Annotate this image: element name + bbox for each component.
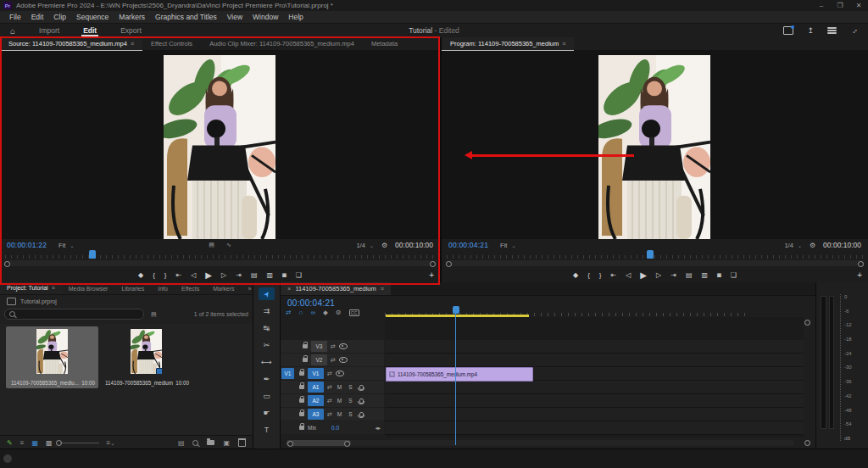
track-lane-a3[interactable] bbox=[385, 408, 804, 421]
quick-export-icon[interactable]: ↥ bbox=[807, 26, 814, 35]
timeline-timecode[interactable]: 00:00:04:21 bbox=[287, 298, 335, 308]
mute-button[interactable]: M bbox=[336, 384, 343, 390]
zoom-handle-right[interactable] bbox=[344, 441, 350, 447]
menu-graphics-and-titles[interactable]: Graphics and Titles bbox=[150, 13, 222, 21]
track-lane-a2[interactable] bbox=[385, 394, 804, 408]
writable-indicator-icon[interactable]: ✎ bbox=[7, 439, 13, 447]
tab-program[interactable]: Program: 114109-700585365_medium ≡ bbox=[442, 37, 574, 51]
work-area-bar[interactable] bbox=[386, 315, 529, 317]
timeline-horizontal-scrollbar[interactable] bbox=[286, 440, 794, 446]
captions-icon[interactable]: CC bbox=[349, 309, 359, 316]
program-playhead[interactable] bbox=[647, 250, 654, 259]
mark-in-button[interactable]: { bbox=[587, 271, 590, 279]
new-item-button[interactable]: ▣ bbox=[223, 439, 230, 447]
export-frame-button[interactable]: ◙ bbox=[282, 271, 287, 279]
step-forward-button[interactable]: ▷ bbox=[221, 271, 226, 279]
program-resolution-select[interactable]: 1/4 ⌄ bbox=[784, 242, 801, 249]
go-to-in-button[interactable]: ⇤ bbox=[610, 271, 616, 279]
timeline-clip[interactable]: fx 114109-700585365_medium.mp4 bbox=[386, 367, 533, 382]
slip-tool[interactable]: ⟷ bbox=[259, 355, 275, 368]
comparison-view-button[interactable]: ❏ bbox=[731, 271, 737, 279]
tab-audio-clip-mixer[interactable]: Audio Clip Mixer: 114109-700585365_mediu… bbox=[201, 37, 363, 50]
menu-view[interactable]: View bbox=[222, 13, 248, 21]
track-lane-mix[interactable] bbox=[385, 421, 804, 435]
source-patch-empty[interactable] bbox=[281, 409, 294, 420]
progress-dashboard-icon[interactable] bbox=[783, 26, 793, 35]
program-zoom-scrollbar[interactable] bbox=[445, 260, 865, 266]
program-zoom-select[interactable]: Fit ⌄ bbox=[500, 242, 515, 249]
track-lane-v2[interactable] bbox=[385, 354, 804, 367]
tab-markers[interactable]: Markers bbox=[206, 282, 241, 294]
sync-lock-icon[interactable]: ⇄ bbox=[327, 398, 332, 404]
thumbnail-zoom-slider[interactable] bbox=[60, 443, 99, 443]
workspaces-icon[interactable] bbox=[827, 27, 837, 34]
sync-lock-icon[interactable]: ⇄ bbox=[331, 343, 336, 350]
hand-tool[interactable]: ☛ bbox=[259, 406, 275, 419]
zoom-handle-right[interactable] bbox=[858, 261, 864, 267]
source-patch-empty[interactable] bbox=[281, 341, 294, 352]
new-bin-button[interactable] bbox=[207, 440, 214, 445]
track-lock-icon[interactable] bbox=[303, 358, 308, 362]
tab-info[interactable]: Info bbox=[151, 282, 175, 294]
sync-lock-icon[interactable]: ⇄ bbox=[327, 384, 332, 391]
tab-export[interactable]: Export bbox=[108, 24, 153, 37]
toggle-track-output-icon[interactable] bbox=[339, 357, 348, 363]
mark-out-button[interactable]: } bbox=[164, 271, 167, 279]
tab-overflow[interactable]: » bbox=[242, 282, 253, 294]
play-button[interactable]: ▶ bbox=[640, 270, 647, 280]
rectangle-tool[interactable]: ▭ bbox=[259, 389, 275, 402]
track-lock-icon[interactable] bbox=[303, 344, 308, 348]
toggle-track-output-icon[interactable] bbox=[336, 370, 344, 376]
tab-effects[interactable]: Effects bbox=[175, 282, 206, 294]
freeform-view-button[interactable]: ▩ bbox=[46, 439, 53, 447]
track-lock-icon[interactable] bbox=[299, 426, 304, 430]
fullscreen-icon[interactable]: ↔ bbox=[849, 25, 860, 36]
comparison-view-button[interactable]: ❏ bbox=[296, 271, 302, 279]
panel-menu-icon[interactable]: ≡ bbox=[52, 285, 55, 291]
voice-over-record-icon[interactable] bbox=[359, 398, 364, 404]
tab-metadata[interactable]: Metadata bbox=[363, 37, 406, 50]
zoom-handle-left[interactable] bbox=[446, 261, 452, 267]
nest-toggle-icon[interactable]: ⇄ bbox=[286, 309, 291, 316]
menu-file[interactable]: File bbox=[4, 13, 26, 21]
keyframe-nav-icon[interactable]: ◂▸ bbox=[375, 425, 381, 432]
zoom-handle-left[interactable] bbox=[4, 261, 10, 267]
track-target-a2[interactable]: A2 bbox=[308, 395, 324, 406]
menu-markers[interactable]: Markers bbox=[114, 13, 150, 21]
project-items-area[interactable]: 114109-700585365_mediu... 10:00 114109-7… bbox=[0, 324, 253, 436]
selection-tool[interactable]: ➤ bbox=[259, 287, 275, 300]
source-patch-empty[interactable] bbox=[281, 395, 294, 406]
button-editor-button[interactable]: + bbox=[857, 268, 862, 282]
source-patch-v1[interactable]: V1 bbox=[281, 368, 294, 379]
home-icon[interactable]: ⌂ bbox=[10, 26, 15, 36]
go-to-in-button[interactable]: ⇤ bbox=[175, 271, 181, 279]
linked-selection-icon[interactable]: ∞ bbox=[311, 309, 315, 316]
track-target-a1[interactable]: A1 bbox=[308, 382, 324, 393]
solo-button[interactable]: S bbox=[347, 384, 354, 390]
panel-menu-icon[interactable]: ≡ bbox=[131, 41, 134, 47]
ripple-edit-tool[interactable]: ↹ bbox=[259, 321, 275, 334]
sync-lock-icon[interactable]: ⇄ bbox=[327, 370, 332, 377]
add-marker-button[interactable]: ◆ bbox=[573, 271, 578, 279]
tab-sequence[interactable]: × 114109-700585365_medium ≡ bbox=[281, 282, 391, 295]
delete-button[interactable] bbox=[238, 438, 246, 447]
menu-edit[interactable]: Edit bbox=[26, 13, 49, 21]
solo-button[interactable]: S bbox=[347, 411, 354, 417]
track-target-a3[interactable]: A3 bbox=[308, 409, 324, 420]
zoom-handle-right[interactable] bbox=[430, 261, 436, 267]
tab-edit[interactable]: Edit bbox=[71, 24, 108, 37]
track-lock-icon[interactable] bbox=[299, 371, 304, 376]
play-button[interactable]: ▶ bbox=[205, 270, 212, 280]
timeline-settings-wrench-icon[interactable]: ⚙ bbox=[336, 309, 342, 316]
add-marker-button[interactable]: ◆ bbox=[323, 309, 328, 316]
search-input[interactable] bbox=[4, 309, 144, 320]
icon-view-button[interactable]: ▦ bbox=[31, 439, 38, 447]
track-lock-icon[interactable] bbox=[299, 398, 304, 403]
step-forward-button[interactable]: ▷ bbox=[656, 271, 661, 279]
vertical-scroll-handle-bottom[interactable] bbox=[804, 440, 810, 446]
type-tool[interactable]: T bbox=[259, 423, 275, 436]
automate-to-sequence-button[interactable]: ▤ bbox=[178, 439, 185, 447]
menu-clip[interactable]: Clip bbox=[48, 13, 71, 21]
solo-button[interactable]: S bbox=[347, 398, 354, 404]
step-back-button[interactable]: ◁ bbox=[626, 271, 631, 279]
